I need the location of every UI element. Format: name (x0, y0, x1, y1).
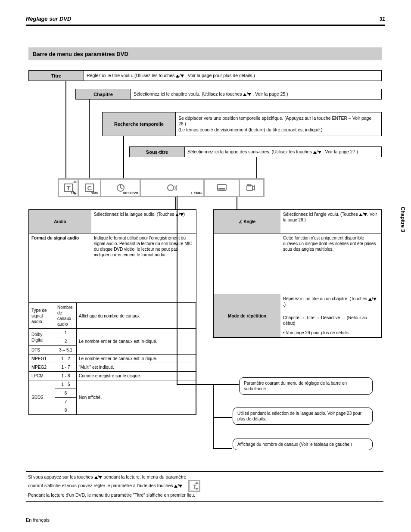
page-header: Réglage sur DVD 31 (26, 16, 385, 22)
footer-lang: En français (26, 517, 50, 523)
timesearch-bar: Recherche temporelle Se déplacer vers un… (102, 112, 382, 136)
tbl-c: SDDS (29, 380, 55, 415)
repeat-label: Mode de répétition (214, 294, 280, 337)
down-arrow-icon (179, 485, 182, 488)
callout-3: Affichage du nombre de canaux (Voir le t… (233, 439, 373, 450)
svg-rect-10 (247, 186, 252, 190)
tbl-c: Le nombre entier de canaux est in-diqué. (77, 329, 196, 355)
angle-body: Cette fonction n'est uniquement disponib… (280, 233, 381, 294)
up-arrow-icon (176, 75, 179, 78)
fn-post1: pendant la lecture, le menu du paramètre (103, 474, 186, 479)
tree-line (213, 448, 232, 449)
iconbar-title-cell: T 1/5 (59, 180, 79, 196)
title-bar-pre: Réglez ici le titre voulu. (Utilisez les… (87, 73, 174, 78)
tbl-c: 1 - 5 (55, 380, 77, 389)
rule (26, 471, 383, 472)
tbl-c: Le nombre entier de canaux est in-diqué. (77, 355, 196, 363)
up-arrow-icon (368, 298, 372, 301)
repeat-row1-post: .) (283, 302, 286, 307)
down-arrow-icon (99, 476, 102, 479)
tree-line (89, 100, 90, 178)
down-arrow-icon (318, 151, 321, 154)
audio-header-pre: Sélectionnez ici la langue audio. (Touch… (94, 212, 174, 217)
down-arrow-icon (181, 75, 184, 78)
iconbar-chapter-val: 1/35 (91, 191, 98, 195)
chapter-bar: Chapitre Sélectionnez ici le chapitre vo… (75, 89, 382, 100)
iconbar-angle-cell (240, 180, 262, 196)
angle-header-label: ∠ Angle (214, 210, 280, 233)
tbl-c: 1 - 8 (55, 372, 77, 380)
timesearch-bar-content: Se déplacer vers une position temporelle… (176, 114, 381, 134)
osd-iconbar: T 1/5 C 1/35 00:00:29 1 ENG (58, 178, 265, 197)
iconbar-audio-val: 1 ENG (190, 191, 202, 195)
tree-line (65, 81, 66, 178)
tree-line (237, 196, 237, 209)
iconbar-audio-cell: 1 ENG (141, 180, 205, 196)
svg-text:T: T (66, 184, 70, 192)
tree-line (213, 417, 232, 418)
tbl-c: DTS (29, 346, 55, 355)
up-arrow-icon (174, 485, 177, 488)
fn-l3: Pendant la lecture d'un DVD, le menu du … (28, 492, 195, 498)
tree-line (123, 136, 124, 178)
menu-bar-heading: Barre de menu des paramètres DVD (28, 47, 382, 60)
svg-rect-9 (218, 188, 225, 190)
tbl-h2: Nombre de canaux audio (55, 303, 77, 329)
iconbar-time-cell: 00:00:29 (101, 180, 141, 196)
tbl-c: Dolby Digital (29, 329, 55, 346)
audio-format-label: Format du signal audio (29, 233, 91, 302)
subtitle-bar-content: Sélectionnez ici la langue des sous-titr… (185, 148, 381, 156)
subtitle-bar: Sous-titre Sélectionnez ici la langue de… (129, 146, 382, 157)
angle-header-text: Sélectionnez ici l'angle voulu. (Touches… (280, 210, 381, 233)
title-bar-post: . Voir la page pour plus de détails.) (185, 73, 255, 78)
up-arrow-icon (359, 213, 362, 216)
timesearch-bar-label: Recherche temporelle (103, 112, 176, 136)
repeat-row1-pre: Répétez ici un titre ou un chapitre. (To… (283, 296, 367, 301)
svg-point-7 (168, 185, 174, 191)
down-arrow-icon (248, 93, 251, 96)
title-bar: Titre Réglez ici le titre voulu. (Utilis… (28, 70, 382, 81)
page-number: 31 (380, 16, 385, 22)
camera-angle-icon (246, 184, 255, 192)
tbl-c: 1 - 2 (55, 355, 77, 363)
audio-panel-header-text: Sélectionnez ici la langue audio. (Touch… (91, 210, 196, 233)
tbl-c: 1 - 7 (55, 363, 77, 372)
up-arrow-icon (313, 151, 317, 154)
tree-line (213, 384, 214, 449)
triangle-up-icon (195, 482, 199, 484)
tbl-c: 2 (55, 337, 77, 346)
rule (26, 501, 383, 502)
callout-2: Utilisé pendant la sélection de la langu… (233, 408, 373, 425)
title-icon-box: T (188, 480, 200, 492)
title-bar-content: Réglez ici le titre voulu. (Utilisez les… (84, 72, 381, 80)
fn-l2pre: courant s'affiche et vous pouvez régler … (28, 483, 174, 488)
tbl-c: Comme enregistré sur le disque. (77, 372, 196, 380)
chapter-side-label: Chapitre 3 (400, 207, 406, 232)
page-number-value: 31 (380, 16, 385, 22)
audio-signal-table: Type de signal audio Nombre de canaux au… (29, 303, 196, 415)
subtitle-bar-pre: Sélectionnez ici la langue des sous-titr… (187, 149, 312, 154)
down-arrow-icon (180, 213, 184, 216)
triangle-up-icon (73, 180, 77, 183)
menu-bar-heading-text: Barre de menu des paramètres DVD (33, 51, 128, 57)
tbl-c: MPEG1 (29, 355, 55, 363)
tree-line (213, 384, 239, 385)
audio-panel: Audio Sélectionnez ici la langue audio. … (28, 209, 196, 415)
up-arrow-icon (94, 476, 98, 479)
tbl-c: MPEG2 (29, 363, 55, 372)
tree-line (177, 196, 177, 384)
angle-header-pre: Sélectionnez ici l'angle voulu. (Touches (283, 212, 358, 217)
tbl-c: "Multi" est indiqué. (77, 363, 196, 372)
tbl-c: 6 (55, 389, 77, 398)
repeat-row1: Répétez ici un titre ou un chapitre. (To… (280, 294, 381, 313)
chapter-bar-content: Sélectionnez ici le chapitre voulu. (Uti… (131, 90, 381, 98)
tree-line (175, 196, 176, 209)
tbl-h1: Type de signal audio (29, 303, 55, 329)
repeat-row3: • Voir page 29 pour plus de détails. (280, 328, 381, 337)
chapter-bar-label: Chapitre (76, 89, 131, 99)
callout-1: Paramètre courant du menu de réglage de … (239, 377, 373, 395)
iconbar-title-val: 1/5 (71, 191, 76, 195)
tbl-c: 7 (55, 398, 77, 406)
audio-header-post: ) (184, 212, 185, 217)
audio-face-icon (167, 183, 178, 193)
